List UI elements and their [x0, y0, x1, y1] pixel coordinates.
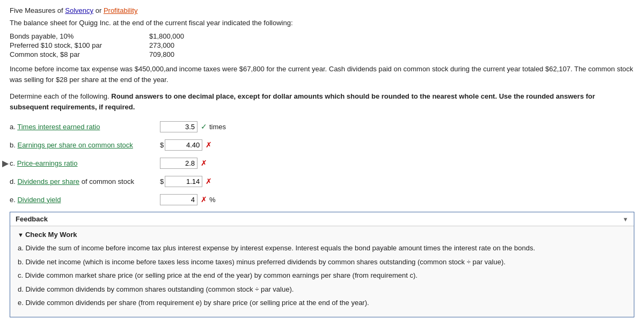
- feedback-item-c: c. Divide common market share price (or …: [18, 270, 626, 281]
- balance-label-preferred: Preferred $10 stock, $100 par: [10, 41, 149, 49]
- check-icon-a: ✓: [201, 122, 207, 131]
- feedback-header-title: Feedback: [16, 215, 48, 223]
- balance-label-bonds: Bonds payable, 10%: [10, 32, 149, 40]
- feedback-item-b: b. Divide net income (which is income be…: [18, 257, 626, 268]
- req-row-e: e. Dividend yield ✗ %: [10, 192, 634, 206]
- balance-value-common: 709,800: [149, 50, 203, 58]
- req-prefix-e: e.: [10, 196, 17, 204]
- header-prefix: Five Measures of: [10, 6, 65, 14]
- req-dollar-d: $: [160, 177, 164, 185]
- header-line: Five Measures of Solvency or Profitabili…: [10, 6, 634, 14]
- feedback-dropdown-icon[interactable]: ▼: [623, 216, 628, 222]
- header-or: or: [93, 6, 104, 14]
- feedback-item-a: a. Divide the sum of income before incom…: [18, 243, 626, 254]
- req-prefix-b: b.: [10, 141, 17, 149]
- req-link-a[interactable]: Times interest earned ratio: [17, 123, 100, 131]
- balance-value-preferred: 273,000: [149, 41, 203, 49]
- req-input-e[interactable]: [160, 194, 197, 205]
- req-label-c: c. Price-earnings ratio: [10, 159, 160, 167]
- req-label-d: d. Dividends per share of common stock: [10, 177, 160, 185]
- req-row-b: b. Earnings per share on common stock $ …: [10, 138, 634, 152]
- check-my-work: Check My Work: [18, 231, 626, 239]
- req-link-d[interactable]: Dividends per share: [17, 177, 79, 185]
- instructions: Determine each of the following. Round a…: [10, 91, 634, 112]
- page-container: Five Measures of Solvency or Profitabili…: [0, 0, 644, 334]
- solvency-link[interactable]: Solvency: [65, 6, 93, 14]
- req-label-b: b. Earnings per share on common stock: [10, 141, 160, 149]
- balance-row: Bonds payable, 10% $1,800,000: [10, 32, 634, 40]
- feedback-box: Feedback ▼ Check My Work a. Divide the s…: [10, 212, 634, 317]
- req-suffix-e: %: [209, 196, 216, 204]
- balance-label-common: Common stock, $8 par: [10, 50, 149, 58]
- feedback-content: Check My Work a. Divide the sum of incom…: [10, 226, 634, 317]
- req-link-e[interactable]: Dividend yield: [17, 196, 61, 204]
- balance-table: Bonds payable, 10% $1,800,000 Preferred …: [10, 32, 634, 58]
- req-prefix-a: a.: [10, 123, 17, 131]
- feedback-item-d: d. Divide common dividends by common sha…: [18, 284, 626, 295]
- req-prefix-d: d.: [10, 177, 17, 185]
- check-icon-e: ✗: [201, 195, 207, 204]
- intro-text: The balance sheet for Quigg Inc. at the …: [10, 19, 634, 27]
- req-input-b[interactable]: [165, 139, 202, 151]
- req-row-c: ▶ c. Price-earnings ratio ✗: [10, 156, 634, 170]
- balance-row: Preferred $10 stock, $100 par 273,000: [10, 41, 634, 49]
- check-icon-d: ✗: [206, 177, 212, 185]
- check-icon-b: ✗: [206, 140, 212, 149]
- req-input-a[interactable]: [160, 121, 197, 132]
- req-input-c[interactable]: [160, 158, 197, 169]
- req-prefix-c: c.: [10, 159, 17, 167]
- feedback-header: Feedback ▼: [10, 212, 634, 226]
- req-suffix-a: times: [209, 123, 226, 131]
- balance-row: Common stock, $8 par 709,800: [10, 50, 634, 58]
- req-link-b[interactable]: Earnings per share on common stock: [17, 141, 133, 149]
- req-dollar-b: $: [160, 141, 164, 149]
- check-icon-c: ✗: [201, 159, 207, 167]
- req-input-d[interactable]: [165, 176, 202, 187]
- balance-value-bonds: $1,800,000: [149, 32, 203, 40]
- req-row-d: d. Dividends per share of common stock $…: [10, 174, 634, 188]
- income-note: Income before income tax expense was $45…: [10, 64, 634, 85]
- req-label-e: e. Dividend yield: [10, 196, 160, 204]
- req-row-a: a. Times interest earned ratio ✓ times: [10, 120, 634, 133]
- requirements-section: a. Times interest earned ratio ✓ times b…: [10, 120, 634, 206]
- left-arrow-c: ▶: [2, 158, 9, 168]
- req-label-suffix-d: of common stock: [79, 177, 134, 185]
- profitability-link[interactable]: Profitability: [104, 6, 138, 14]
- feedback-item-e: e. Divide common dividends per share (fr…: [18, 298, 626, 308]
- req-label-a: a. Times interest earned ratio: [10, 123, 160, 131]
- req-link-c[interactable]: Price-earnings ratio: [17, 159, 78, 167]
